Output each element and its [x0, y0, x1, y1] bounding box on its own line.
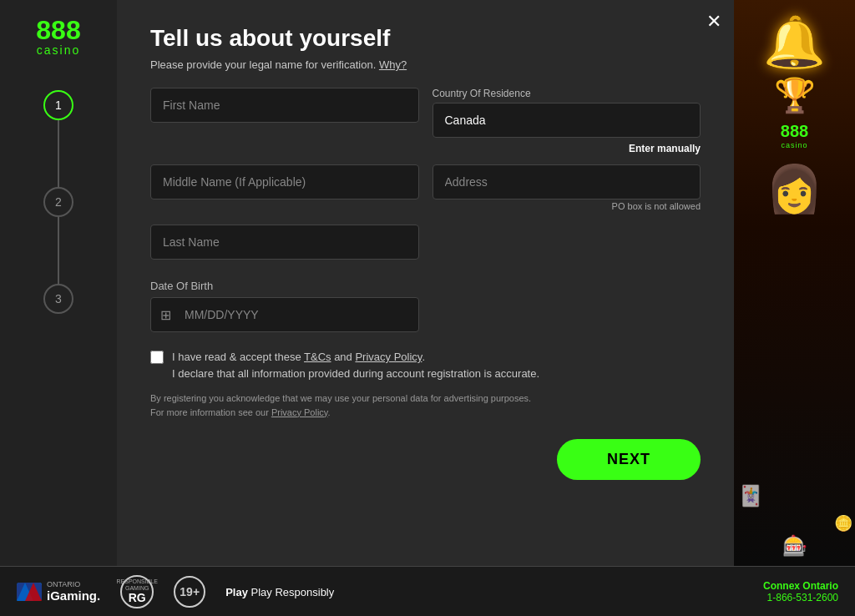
rg-badge: RESPONSIBLEGAMING RG: [120, 575, 154, 608]
trophy-icon: 🏆: [774, 76, 816, 115]
main-container: 888 casino 1 2 3 ✕ Tell us about yoursel…: [0, 0, 855, 566]
banner-image: 🔔 🏆 888 casino 👩 🃏 🪙 🎰: [734, 0, 855, 566]
step-2-circle[interactable]: 2: [43, 187, 73, 217]
step-line-2: [58, 217, 59, 284]
dob-input-wrapper: ⊞: [150, 297, 419, 332]
middle-name-field: [150, 164, 419, 211]
igaming-badge: ONTARIO iGaming.: [17, 580, 100, 603]
checkbox-section: I have read & accept these T&Cs and Priv…: [150, 349, 701, 381]
country-label: Country Of Residence: [433, 88, 701, 99]
address-field: PO box is not allowed: [433, 164, 701, 211]
middle-name-input[interactable]: [150, 164, 419, 199]
cards-icon: 🃏: [738, 484, 763, 507]
page-title: Tell us about yourself: [150, 25, 701, 52]
first-name-field: [150, 88, 419, 138]
rg-letters: RG: [129, 591, 146, 604]
next-button[interactable]: NEXT: [557, 439, 701, 480]
logo-casino: casino: [37, 43, 80, 57]
play-responsibly-text: Play Play Responsibly: [225, 584, 334, 599]
po-box-note: PO box is not allowed: [433, 201, 701, 211]
enter-manually-link[interactable]: Enter manually: [433, 143, 701, 154]
connex-title: Connex Ontario: [763, 580, 838, 592]
dob-input[interactable]: [150, 297, 419, 332]
subtitle: Please provide your legal name for verif…: [150, 58, 701, 71]
logo-888: 888: [36, 17, 80, 43]
last-name-field: [150, 225, 419, 260]
last-name-input[interactable]: [150, 225, 419, 260]
coins-icon: 🪙: [834, 514, 852, 533]
step-line-1: [58, 120, 59, 187]
next-button-container: NEXT: [150, 439, 701, 480]
igaming-icon: [17, 583, 42, 601]
calendar-icon: ⊞: [160, 307, 171, 323]
age-badge: 19+: [174, 576, 205, 608]
step-1-circle[interactable]: 1: [43, 90, 73, 120]
fine-print-privacy-link[interactable]: Privacy Policy: [271, 407, 328, 417]
privacy-policy-link[interactable]: Privacy Policy: [355, 351, 422, 363]
bell-icon: 🔔: [763, 13, 826, 72]
connex-phone: 1-866-531-2600: [763, 592, 838, 603]
first-name-input[interactable]: [150, 88, 419, 123]
enter-manually-area: Enter manually: [433, 143, 701, 158]
fine-print: By registering you acknowledge that we m…: [150, 391, 701, 419]
ontario-label: ONTARIO: [47, 580, 100, 588]
footer: ONTARIO iGaming. RESPONSIBLEGAMING RG 19…: [0, 566, 855, 616]
address-input[interactable]: [433, 164, 701, 199]
sidebar: 888 casino 1 2 3: [0, 0, 117, 566]
content-area: ✕ Tell us about yourself Please provide …: [117, 0, 734, 566]
checkbox-text: I have read & accept these T&Cs and Priv…: [172, 349, 539, 381]
dob-section: Date Of Birth ⊞: [150, 280, 419, 332]
country-input[interactable]: [433, 103, 701, 138]
terms-checkbox[interactable]: [150, 351, 164, 364]
tc-link[interactable]: T&Cs: [304, 351, 331, 363]
banner-casino-text: casino: [781, 141, 808, 149]
logo-area: 888 casino: [36, 17, 80, 57]
connex-ontario: Connex Ontario 1-866-531-2600: [763, 580, 838, 603]
step-3-circle[interactable]: 3: [43, 284, 73, 314]
right-banner: 🔔 🏆 888 casino 👩 🃏 🪙 🎰: [734, 0, 855, 566]
banner-888-logo: 888 casino: [781, 122, 808, 149]
dob-label: Date Of Birth: [150, 280, 419, 292]
banner-logo-text: 888: [781, 122, 808, 141]
country-field: Country Of Residence: [433, 88, 701, 138]
igaming-label: iGaming.: [47, 588, 100, 603]
chips-icon: 🎰: [782, 534, 807, 558]
person-icon: 👩: [766, 162, 823, 216]
why-link[interactable]: Why?: [379, 58, 407, 71]
close-button[interactable]: ✕: [706, 13, 721, 31]
steps-container: 1 2 3: [43, 90, 73, 314]
igaming-text-group: ONTARIO iGaming.: [47, 580, 100, 603]
form-grid: Country Of Residence Enter manually PO b…: [150, 88, 701, 332]
